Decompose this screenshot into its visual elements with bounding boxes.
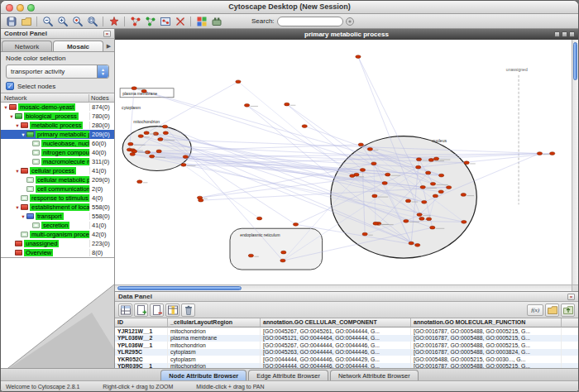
export-attributes-icon[interactable] bbox=[561, 304, 575, 317]
disclosure-triangle-icon[interactable]: ▼ bbox=[14, 123, 21, 128]
disclosure-triangle-icon[interactable]: ▼ bbox=[20, 214, 26, 219]
network-node[interactable] bbox=[302, 125, 307, 128]
network-node[interactable] bbox=[360, 169, 365, 172]
network-node[interactable] bbox=[293, 222, 298, 226]
network-node[interactable] bbox=[420, 185, 425, 189]
tab-mosaic[interactable]: Mosaic bbox=[53, 41, 103, 51]
column-header[interactable]: annotation.GO MOLECULAR_FUNCTION bbox=[411, 318, 562, 327]
tab-overflow-arrow-icon[interactable]: ▶ bbox=[104, 43, 113, 51]
network-node[interactable] bbox=[430, 182, 435, 185]
tree-item[interactable]: secretion41(0) bbox=[1, 221, 114, 230]
disclosure-triangle-icon[interactable]: ▼ bbox=[14, 169, 21, 174]
network-node[interactable] bbox=[404, 219, 409, 222]
network-node[interactable] bbox=[438, 174, 443, 177]
network-node[interactable] bbox=[138, 135, 143, 138]
network-node[interactable] bbox=[433, 194, 438, 198]
network-node[interactable] bbox=[132, 87, 136, 90]
tree-item[interactable]: unassigned223(0) bbox=[1, 239, 114, 248]
network-node[interactable] bbox=[183, 155, 188, 159]
tree-item[interactable]: nitrogen compound m40(0) bbox=[1, 148, 114, 157]
network-node[interactable] bbox=[438, 190, 443, 194]
table-row[interactable]: YPL036W__1mitochondrion[GO:0045267, GO:0… bbox=[115, 342, 578, 349]
tab-network[interactable]: Network bbox=[2, 41, 52, 51]
table-row[interactable]: YKR052Ccytoplasm[GO:0044444, GO:0044446,… bbox=[115, 356, 578, 363]
network-node[interactable] bbox=[433, 157, 438, 160]
network-node[interactable] bbox=[144, 131, 149, 135]
select-nodes-checkbox[interactable]: ✓ bbox=[6, 82, 14, 90]
tree-item[interactable]: ▼metabolic process280(0) bbox=[1, 121, 114, 130]
disclosure-triangle-icon[interactable]: ▼ bbox=[2, 105, 9, 110]
tree-item[interactable]: cell communication2(0) bbox=[1, 184, 114, 194]
network-node[interactable] bbox=[236, 80, 241, 84]
annotation-icon[interactable] bbox=[107, 15, 121, 28]
network-node[interactable] bbox=[367, 147, 372, 151]
tree-network-column-header[interactable]: Network bbox=[1, 94, 89, 102]
import-attributes-icon[interactable] bbox=[545, 304, 559, 317]
network-node[interactable] bbox=[430, 226, 435, 229]
disclosure-triangle-icon[interactable]: ▼ bbox=[8, 114, 15, 119]
network-node[interactable] bbox=[256, 217, 261, 220]
network-node[interactable] bbox=[371, 162, 376, 165]
network-view-icon[interactable] bbox=[158, 15, 172, 28]
network-node[interactable] bbox=[358, 143, 363, 146]
network-node[interactable] bbox=[181, 163, 186, 166]
network-node[interactable] bbox=[149, 155, 154, 158]
network-node[interactable] bbox=[373, 222, 378, 225]
view-maximize-button[interactable] bbox=[562, 31, 567, 37]
column-header[interactable]: ID bbox=[115, 318, 168, 327]
network-node[interactable] bbox=[422, 200, 427, 203]
network-node[interactable] bbox=[425, 171, 430, 174]
vertical-scroll-thumb[interactable] bbox=[573, 42, 577, 80]
network-node[interactable] bbox=[405, 199, 410, 203]
tree-item[interactable]: response to stimulus4(0) bbox=[1, 194, 114, 203]
network-node[interactable] bbox=[356, 55, 361, 59]
trash-icon[interactable] bbox=[181, 304, 195, 317]
tab-node-attribute-browser[interactable]: Node Attribute Browser bbox=[160, 370, 246, 380]
network-node[interactable] bbox=[409, 241, 414, 245]
search-config-icon[interactable] bbox=[343, 15, 357, 28]
tree-item[interactable]: ▼mosaic-demo-yeast874(0) bbox=[1, 103, 114, 112]
function-builder-button[interactable]: f(x) bbox=[527, 304, 543, 316]
network-node[interactable] bbox=[426, 218, 431, 221]
network-view-titlebar[interactable]: primary metabolic process bbox=[115, 29, 578, 40]
zoom-fit-icon[interactable] bbox=[85, 15, 99, 28]
tree-item[interactable]: ▼cellular process41(0) bbox=[1, 166, 114, 175]
network-node[interactable] bbox=[417, 213, 422, 217]
import-icon[interactable] bbox=[19, 15, 33, 28]
tree-item[interactable]: ▼primary metabolic proce209(0) bbox=[1, 130, 114, 139]
network-node[interactable] bbox=[354, 173, 359, 176]
network-node[interactable] bbox=[415, 243, 420, 246]
zoom-out-icon[interactable] bbox=[41, 15, 55, 28]
disclosure-triangle-icon[interactable]: ▼ bbox=[14, 205, 21, 210]
network-node[interactable] bbox=[550, 152, 555, 155]
plugin-manager-icon[interactable] bbox=[209, 15, 223, 28]
network-node[interactable] bbox=[130, 153, 135, 156]
save-session-icon[interactable] bbox=[4, 15, 18, 28]
create-attribute-icon[interactable] bbox=[134, 304, 148, 317]
tree-item[interactable]: ▼establishment of locali558(0) bbox=[1, 203, 114, 212]
network-clone-icon[interactable] bbox=[143, 15, 157, 28]
tree-item[interactable]: multi-organism proces42(0) bbox=[1, 230, 114, 239]
vertical-scrollbar[interactable] bbox=[572, 40, 578, 284]
view-minimize-button[interactable] bbox=[554, 31, 560, 37]
tab-edge-attribute-browser[interactable]: Edge Attribute Browser bbox=[248, 370, 328, 380]
window-titlebar[interactable]: Cytoscape Desktop (New Session) bbox=[1, 1, 578, 14]
tab-network-attribute-browser[interactable]: Network Attribute Browser bbox=[330, 370, 419, 380]
view-close-button[interactable] bbox=[569, 31, 575, 37]
network-node[interactable] bbox=[462, 220, 467, 223]
network-destroy-icon[interactable] bbox=[173, 15, 187, 28]
network-node[interactable] bbox=[137, 180, 142, 184]
vizmapper-icon[interactable] bbox=[194, 15, 208, 28]
birdseye-view[interactable] bbox=[1, 257, 114, 368]
delete-attribute-icon[interactable] bbox=[150, 304, 164, 317]
tree-item[interactable]: ▼transport558(0) bbox=[1, 212, 114, 221]
network-node[interactable] bbox=[248, 254, 253, 257]
zoom-in-icon[interactable] bbox=[55, 15, 69, 28]
network-node[interactable] bbox=[428, 159, 433, 162]
search-input[interactable] bbox=[277, 17, 343, 26]
tree-item[interactable]: cellular metabolic pro209(0) bbox=[1, 175, 114, 184]
horizontal-scroll-thumb[interactable] bbox=[117, 286, 242, 290]
network-node[interactable] bbox=[163, 131, 168, 135]
network-node[interactable] bbox=[416, 158, 421, 161]
network-node[interactable] bbox=[244, 103, 249, 107]
